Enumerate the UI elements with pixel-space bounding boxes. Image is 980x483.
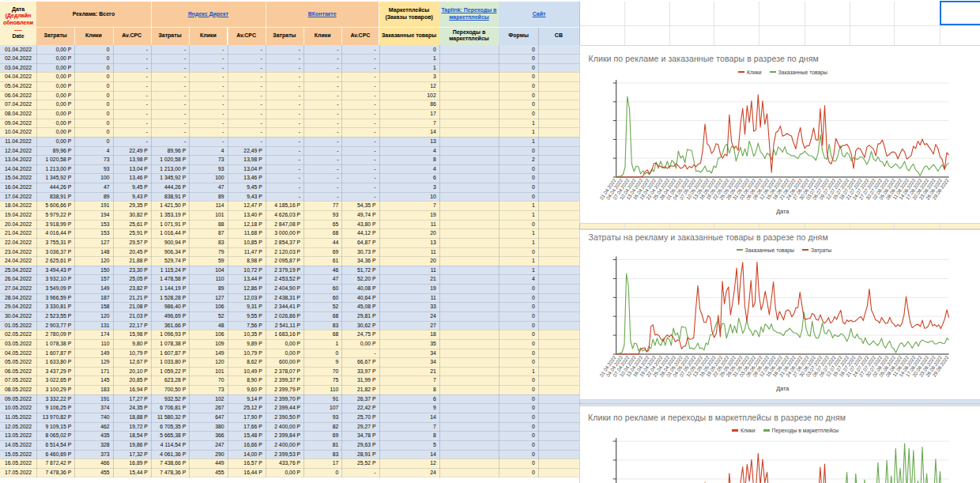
svg-text:Дата: Дата [777,208,790,215]
svg-text:Дата: Дата [777,385,790,392]
